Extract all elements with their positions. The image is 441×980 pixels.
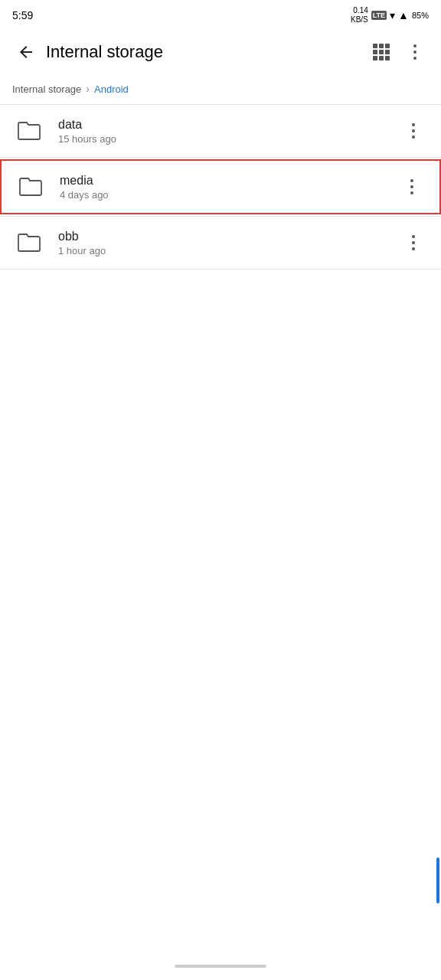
list-item[interactable]: media 4 days ago <box>0 159 441 214</box>
file-more-button-obb[interactable] <box>398 227 429 258</box>
more-vert-icon <box>413 44 416 60</box>
folder-icon-media <box>14 170 47 204</box>
breadcrumb-separator: › <box>86 83 90 95</box>
file-meta: 1 hour ago <box>58 245 398 256</box>
more-vert-icon <box>410 179 413 194</box>
app-bar: Internal storage <box>0 28 441 77</box>
bottom-bar <box>0 952 441 980</box>
breadcrumb: Internal storage › Android <box>0 77 441 104</box>
file-list: data 15 hours ago media 4 days ago <box>0 105 441 270</box>
status-bar: 5:59 0.14KB/S LTE ▾ ▲ 85% <box>0 0 441 28</box>
file-info-media: media 4 days ago <box>60 174 397 201</box>
signal-icon: ▲ <box>398 9 409 21</box>
grid-view-button[interactable] <box>364 35 398 69</box>
folder-icon <box>17 120 41 142</box>
list-item[interactable]: data 15 hours ago <box>0 105 441 157</box>
file-info-data: data 15 hours ago <box>58 118 398 145</box>
more-vert-icon <box>412 123 415 139</box>
folder-icon <box>18 176 43 198</box>
divider-3 <box>0 269 441 270</box>
page-title: Internal storage <box>46 42 364 62</box>
more-options-button[interactable] <box>398 35 432 69</box>
back-button[interactable] <box>9 35 43 69</box>
file-name: data <box>58 118 398 132</box>
file-name: obb <box>58 230 398 243</box>
network-speed-icon: 0.14KB/S <box>351 6 368 24</box>
battery-icon: 85% <box>412 11 429 20</box>
file-info-obb: obb 1 hour ago <box>58 230 398 256</box>
more-vert-icon <box>412 235 415 250</box>
file-name: media <box>60 174 397 188</box>
folder-icon <box>17 232 41 253</box>
scroll-indicator <box>436 858 439 903</box>
file-more-button-media[interactable] <box>397 172 427 202</box>
folder-icon-data <box>12 114 46 148</box>
battery-percent: 85% <box>412 11 429 20</box>
file-more-button-data[interactable] <box>398 116 429 146</box>
back-arrow-icon <box>17 43 35 61</box>
file-meta: 4 days ago <box>60 189 397 201</box>
status-icons: 0.14KB/S LTE ▾ ▲ 85% <box>351 6 429 24</box>
status-time: 5:59 <box>12 9 33 21</box>
breadcrumb-current[interactable]: Android <box>94 83 129 95</box>
file-meta: 15 hours ago <box>58 133 398 145</box>
list-item[interactable]: obb 1 hour ago <box>0 217 441 269</box>
wifi-icon: ▾ <box>390 9 395 21</box>
grid-icon <box>373 44 390 60</box>
breadcrumb-root[interactable]: Internal storage <box>12 83 81 95</box>
divider-1 <box>0 157 441 158</box>
lte-icon: LTE <box>371 11 387 20</box>
home-indicator <box>175 965 266 968</box>
folder-icon-obb <box>12 226 46 260</box>
